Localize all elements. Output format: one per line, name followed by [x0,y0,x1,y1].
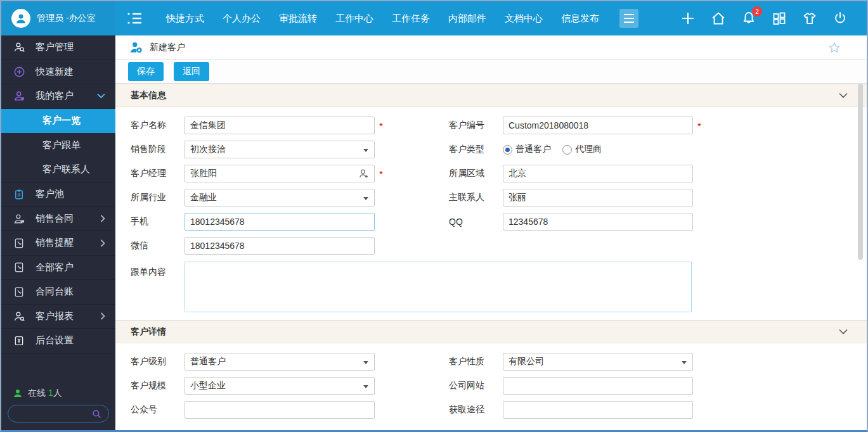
plus-circle-icon [13,66,25,78]
nav-item-document-center[interactable]: 文档中心 [505,13,543,25]
home-icon[interactable] [711,11,726,26]
user-block[interactable]: 管理员 -办公室 [1,1,115,35]
plus-icon[interactable] [680,11,696,26]
sidebar-item-customer-reports[interactable]: 客户报表 [1,305,115,329]
avatar [11,9,30,28]
settings-book-icon [13,335,25,346]
follow-content-textarea[interactable] [185,262,692,312]
topbar-actions: 2 [680,11,867,26]
person-icon [13,90,25,102]
sidebar-item-label: 合同台账 [36,286,74,298]
chevron-down-icon[interactable] [839,329,848,334]
sales-stage-select[interactable]: 初次接洽 [185,141,375,158]
sidebar-item-my-customers[interactable]: 我的客户 [1,84,115,109]
main-content: 新建客户 保存 返回 基本信息 客户名称 * [115,35,867,430]
region-input[interactable] [503,165,693,182]
nav-item-internal-mail[interactable]: 内部邮件 [448,13,486,25]
contact-book-icon [13,262,25,273]
vertical-scrollbar[interactable] [858,84,863,260]
online-status: 在线 1人 [1,388,115,399]
sidebar-subitem-customer-follow[interactable]: 客户跟单 [1,133,115,158]
sidebar-item-customer-pool[interactable]: 客户池 [1,182,115,207]
sidebar-item-backend-settings[interactable]: 后台设置 [1,329,115,353]
industry-select[interactable]: 金融业 [185,189,375,206]
selected-value: 普通客户 [190,356,226,367]
bell-icon[interactable]: 2 [741,11,756,26]
chevron-down-icon [97,93,105,99]
hamburger-icon[interactable] [619,9,638,28]
magnifier-icon[interactable] [91,409,102,419]
customer-type-radios: 普通客户 代理商 [503,144,602,155]
sidebar-subitem-customer-contacts[interactable]: 客户联系人 [1,158,115,182]
field-label: 客户经理 [131,168,185,179]
radio-icon[interactable] [503,145,512,155]
selected-value: 小型企业 [190,380,226,391]
public-account-input[interactable] [185,401,375,419]
topbar: 管理员 -办公室 快捷方式 个人办公 审批流转 工作中心 工作任务 内部邮件 文… [1,1,867,35]
app-window: 管理员 -办公室 快捷方式 个人办公 审批流转 工作中心 工作任务 内部邮件 文… [0,0,868,432]
chevron-down-icon[interactable] [839,92,848,98]
sidebar-item-quick-create[interactable]: 快速新建 [1,60,115,85]
sidebar-item-customer-management[interactable]: 客户管理 [1,35,115,60]
apps-icon[interactable] [772,11,787,26]
acquire-channel-input[interactable] [503,401,693,419]
sidebar-item-contract-ledger[interactable]: 合同台账 [1,280,115,305]
section-customer-detail[interactable]: 客户详情 [115,320,867,343]
search-input[interactable] [1,409,91,419]
nav-item-work-tasks[interactable]: 工作任务 [392,13,430,25]
page-title: 新建客户 [150,42,185,53]
sidebar-subitem-label: 客户跟单 [42,139,81,151]
radio-normal-customer[interactable]: 普通客户 [503,144,551,155]
online-count: 1 [48,388,53,398]
main-contact-input[interactable] [503,189,693,206]
nav-item-personal-office[interactable]: 个人办公 [223,13,261,25]
field-label: 获取途径 [449,404,503,416]
customer-name-input[interactable] [185,117,375,134]
section-title: 客户详情 [131,326,166,338]
radio-label: 普通客户 [515,144,551,155]
required-asterisk: * [375,120,387,131]
nav-item-shortcuts[interactable]: 快捷方式 [166,13,204,25]
back-button[interactable]: 返回 [174,62,209,81]
sidebar-item-all-customers[interactable]: 全部客户 [1,256,115,281]
sidebar-item-label: 销售合同 [36,213,74,225]
customer-nature-select[interactable]: 有限公司 [503,353,693,371]
section-basic-info[interactable]: 基本信息 [115,84,867,107]
person-add-icon[interactable] [358,168,370,179]
company-website-input[interactable] [503,377,693,395]
save-button[interactable]: 保存 [128,62,164,81]
dropdown-caret-icon [363,361,368,364]
sidebar-subitem-customer-list[interactable]: 客户一览 [1,109,115,134]
online-label: 在线 [28,388,46,399]
toolbar: 保存 返回 [115,60,867,84]
sidebar-search[interactable] [8,405,109,422]
sidebar: 客户管理 快速新建 我的客户 客户一览 [1,35,115,430]
customer-no-input[interactable] [503,117,693,134]
dropdown-caret-icon [363,149,368,152]
sidebar-item-sales-reminder[interactable]: 销售提醒 [1,231,115,256]
mobile-input[interactable] [185,213,375,231]
collapse-menu-icon[interactable] [127,11,142,25]
chevron-right-icon [100,312,105,320]
nav-item-info-publish[interactable]: 信息发布 [561,13,599,25]
shirt-icon[interactable] [802,11,817,26]
user-name: 管理员 -办公室 [37,13,96,24]
customer-detail-form: 客户级别 普通客户 客户性质 有限公司 [115,343,867,422]
wechat-input[interactable] [185,237,375,255]
qq-input[interactable] [503,213,693,231]
customer-manager-input[interactable] [185,165,375,182]
sidebar-item-sales-contracts[interactable]: 销售合同 [1,207,115,232]
customer-level-select[interactable]: 普通客户 [185,353,375,371]
nav-item-approval-flow[interactable]: 审批流转 [279,13,317,25]
star-icon[interactable] [829,42,840,53]
radio-agent[interactable]: 代理商 [562,144,602,155]
contact-book-icon [13,238,25,249]
notification-badge: 2 [752,6,762,16]
customer-scale-select[interactable]: 小型企业 [185,377,375,395]
radio-icon[interactable] [562,145,572,155]
report-person-icon [13,310,25,322]
nav-item-work-center[interactable]: 工作中心 [335,13,373,25]
basic-info-form: 客户名称 * 客户编号 * 销售阶段 初次接洽 [115,107,867,316]
field-label: 客户性质 [449,356,503,367]
power-icon[interactable] [832,11,848,26]
